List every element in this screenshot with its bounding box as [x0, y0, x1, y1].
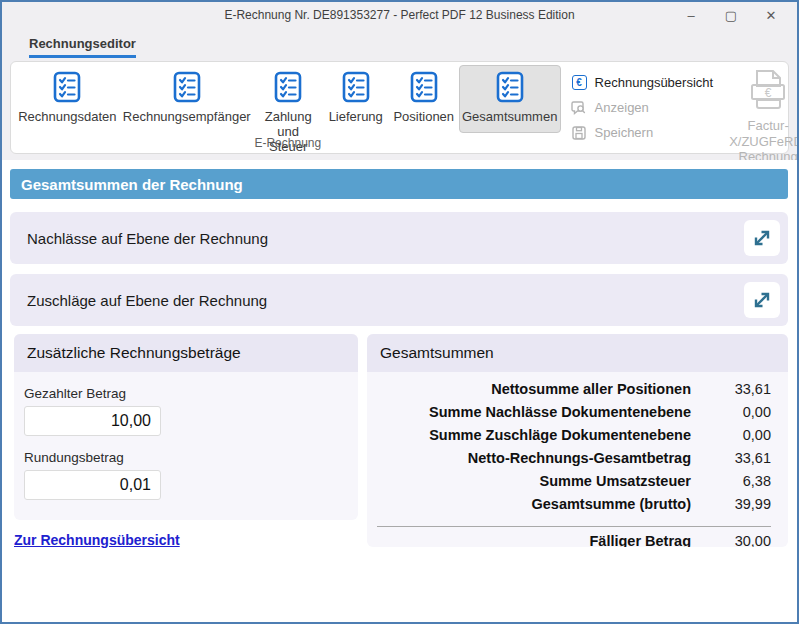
- small-button-label: Speichern: [595, 125, 654, 140]
- nav-button-positionen[interactable]: Positionen: [389, 65, 459, 133]
- rechnungsuebersicht-button[interactable]: € Rechnungsübersicht: [571, 70, 714, 95]
- totals-title: Gesamtsummen: [367, 334, 788, 372]
- gezahlter-betrag-input[interactable]: [24, 406, 161, 436]
- additional-amounts-title: Zusätzliche Rechnungsbeträge: [14, 334, 358, 372]
- preview-icon: [571, 99, 588, 116]
- page-title: Gesamtsummen der Rechnung: [21, 176, 243, 193]
- checklist-document-icon: [53, 71, 81, 107]
- totals-row-label: Netto-Rechnungs-Gesamtbetrag: [377, 450, 719, 466]
- totals-row: Summe Nachlässe Dokumentenebene 0,00: [377, 404, 771, 427]
- nav-button-label: Gesamtsummen: [462, 110, 557, 125]
- totals-row-label: Summe Umsatzsteuer: [377, 473, 719, 489]
- totals-row-value: 33,61: [719, 381, 771, 397]
- ribbon-tab-row: Rechnungseditor: [2, 28, 797, 58]
- nav-button-zahlung-und-steuer[interactable]: Zahlung und Steuer: [254, 65, 323, 133]
- totals-row-value: 39,99: [719, 496, 771, 512]
- totals-row-value: 0,00: [719, 427, 771, 443]
- tab-rechnungseditor[interactable]: Rechnungseditor: [29, 36, 136, 58]
- checklist-document-icon: [274, 71, 302, 107]
- rundungsbetrag-input[interactable]: [24, 470, 161, 500]
- totals-row: Summe Zuschläge Dokumentenebene 0,00: [377, 427, 771, 450]
- app-window: E-Rechnung Nr. DE891353277 - Perfect PDF…: [0, 0, 799, 624]
- totals-row-label: Summe Nachlässe Dokumentenebene: [377, 404, 719, 420]
- zur-rechnungsuebersicht-link[interactable]: Zur Rechnungsübersicht: [14, 532, 180, 548]
- totals-row-label: Nettosumme aller Positionen: [377, 381, 719, 397]
- facturx-euro-document-icon: €: [745, 68, 791, 116]
- expand-icon[interactable]: [744, 220, 780, 256]
- checklist-document-icon: [173, 71, 201, 107]
- totals-row-value: 6,38: [719, 473, 771, 489]
- nav-button-rechnungsempfaenger[interactable]: Rechnungsempfänger: [120, 65, 254, 133]
- field-label: Rundungsbetrag: [24, 450, 358, 465]
- nav-button-label: Positionen: [393, 110, 454, 125]
- nav-button-label: Rechnungsdaten: [18, 110, 116, 125]
- window-controls: – ▢ ✕: [671, 2, 791, 28]
- totals-row-label: Fälliger Betrag: [377, 533, 719, 547]
- small-button-label: Anzeigen: [595, 100, 649, 115]
- window-title: E-Rechnung Nr. DE891353277 - Perfect PDF…: [224, 8, 574, 22]
- totals-row-label: Summe Zuschläge Dokumentenebene: [377, 427, 719, 443]
- nav-button-rechnungsdaten[interactable]: Rechnungsdaten: [15, 65, 120, 133]
- euro-icon: €: [571, 74, 588, 91]
- section-label: Zuschläge auf Ebene der Rechnung: [27, 292, 744, 309]
- anzeigen-button[interactable]: Anzeigen: [571, 95, 714, 120]
- rundungsbetrag-field: Rundungsbetrag: [24, 450, 358, 500]
- totals-row: Netto-Rechnungs-Gesamtbetrag 33,61: [377, 450, 771, 473]
- totals-separator: [377, 526, 771, 527]
- totals-row: Summe Umsatzsteuer 6,38: [377, 473, 771, 496]
- small-button-label: Rechnungsübersicht: [595, 75, 714, 90]
- facturx-save-button[interactable]: € Factur-X/ZUGFeRD-Rechnung speichern: [729, 64, 799, 151]
- e-rechnung-group: Rechnungsdaten Rechnungsempfänger Zahlun…: [15, 64, 561, 151]
- nav-button-label: Rechnungsempfänger: [123, 110, 251, 125]
- totals-row-label: Gesamtsumme (brutto): [377, 496, 719, 512]
- title-bar: E-Rechnung Nr. DE891353277 - Perfect PDF…: [2, 2, 797, 28]
- nav-button-label: Lieferung: [329, 110, 383, 125]
- field-label: Gezahlter Betrag: [24, 386, 358, 401]
- speichern-button[interactable]: Speichern: [571, 120, 714, 145]
- nav-button-lieferung[interactable]: Lieferung: [323, 65, 389, 133]
- small-button-stack: € Rechnungsübersicht Anzeigen: [561, 64, 718, 151]
- totals-panel: Gesamtsummen Nettosumme aller Positionen…: [367, 334, 788, 547]
- checklist-document-icon: [410, 71, 438, 107]
- totals-row-value: 0,00: [719, 404, 771, 420]
- nav-button-gesamtsummen[interactable]: Gesamtsummen: [459, 65, 561, 133]
- maximize-button[interactable]: ▢: [711, 2, 751, 28]
- svg-text:€: €: [765, 86, 772, 100]
- checklist-document-icon: [342, 71, 370, 107]
- group-label-e-rechnung: E-Rechnung: [15, 136, 561, 150]
- expand-icon[interactable]: [744, 282, 780, 318]
- save-icon: [571, 124, 588, 141]
- section-nachlaesse[interactable]: Nachlässe auf Ebene der Rechnung: [10, 212, 788, 264]
- main-content: Gesamtsummen der Rechnung Nachlässe auf …: [2, 160, 797, 622]
- section-label: Nachlässe auf Ebene der Rechnung: [27, 230, 744, 247]
- totals-row-value: 33,61: [719, 450, 771, 466]
- totals-row: Nettosumme aller Positionen 33,61: [377, 381, 771, 404]
- close-button[interactable]: ✕: [751, 2, 791, 28]
- totals-row: Gesamtsumme (brutto) 39,99: [377, 496, 771, 519]
- section-zuschlaege[interactable]: Zuschläge auf Ebene der Rechnung: [10, 274, 788, 326]
- minimize-button[interactable]: –: [671, 2, 711, 28]
- totals-due-row: Fälliger Betrag 30,00: [377, 533, 771, 547]
- checklist-document-icon: [496, 71, 524, 107]
- totals-row-value: 30,00: [719, 533, 771, 547]
- page-title-bar: Gesamtsummen der Rechnung: [10, 169, 788, 199]
- additional-amounts-panel: Zusätzliche Rechnungsbeträge Gezahlter B…: [14, 334, 358, 520]
- gezahlter-betrag-field: Gezahlter Betrag: [24, 386, 358, 436]
- ribbon-toolbar: Rechnungsdaten Rechnungsempfänger Zahlun…: [10, 61, 789, 154]
